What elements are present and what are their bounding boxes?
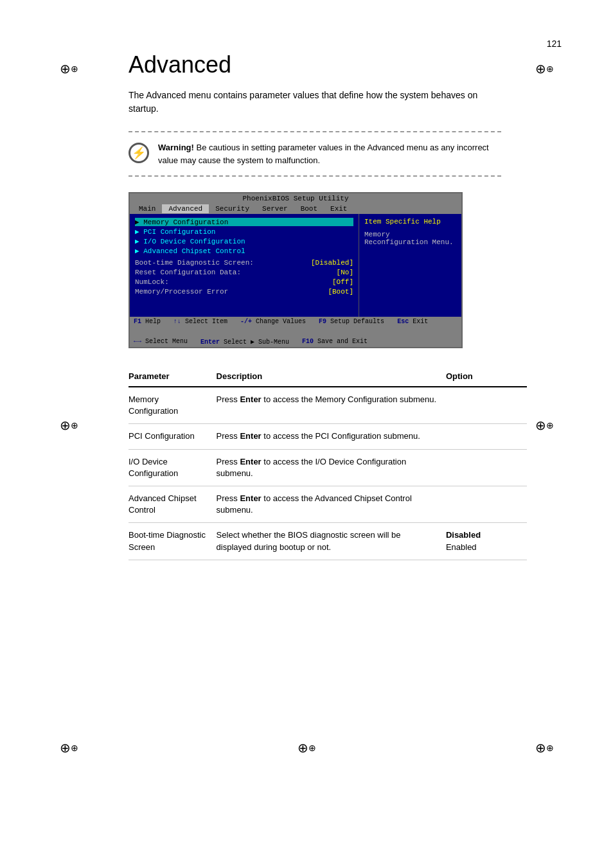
table-row: PCI Configuration Press Enter to access … [129, 424, 527, 449]
param-io-desc: Press Enter to access the I/O Device Con… [217, 449, 446, 486]
bios-statusbar: F1 Help ↑↓ Select Item -/+ Change Values… [130, 317, 461, 347]
page-number: 121 [547, 39, 562, 49]
bios-setting-bootdiag-value: [Disabled] [311, 259, 353, 267]
bios-menu-advanced[interactable]: Advanced [162, 204, 209, 213]
bios-setting-memproc-label: Memory/Processor Error [135, 288, 228, 296]
param-memory-label: Memory Configuration [129, 387, 217, 424]
table-row: Memory Configuration Press Enter to acce… [129, 387, 527, 424]
bios-status-f10: F10 Save and Exit [302, 338, 368, 346]
intro-text: The Advanced menu contains parameter val… [129, 89, 488, 116]
param-bootdiag-option-disabled: Disabled [446, 530, 481, 540]
col-header-description: Description [217, 366, 446, 387]
crosshair-mid-left: ⊕ [61, 418, 76, 433]
bios-setting-numlock-value: [Off] [332, 278, 353, 286]
crosshair-top-left: ⊕ [61, 61, 76, 76]
col-header-parameter: Parameter [129, 366, 217, 387]
bios-item-chipset[interactable]: Advanced Chipset Control [135, 247, 353, 255]
bios-setting-resetconfig-value: [No] [337, 269, 353, 276]
param-io-option [446, 449, 527, 486]
bios-menu-exit[interactable]: Exit [324, 204, 353, 213]
crosshair-bottom-left: ⊕ [61, 740, 76, 756]
bios-item-pci[interactable]: PCI Configuration [135, 227, 353, 236]
bios-status-enter: Enter Select ▶ Sub-Menu [200, 338, 289, 346]
bios-setting-resetconfig-label: Reset Configuration Data: [135, 269, 241, 276]
bios-status-lr: ←→ Select Menu [134, 338, 188, 346]
table-row: I/O Device Configuration Press Enter to … [129, 449, 527, 486]
table-row: Advanced Chipset Control Press Enter to … [129, 486, 527, 522]
page-container: 121 ⊕ ⊕ ⊕ ⊕ ⊕ ⊕ ⊕ Advanced The Advanced … [0, 0, 613, 868]
bios-status-f9: F9 Setup Defaults [319, 318, 384, 325]
bios-setting-numlock[interactable]: NumLock: [Off] [135, 278, 353, 286]
bios-status-esc: Esc Exit [397, 318, 428, 325]
param-bootdiag-desc: Select whether the BIOS diagnostic scree… [217, 523, 446, 560]
page-title: Advanced [129, 51, 562, 78]
table-header: Parameter Description Option [129, 366, 527, 387]
bios-menubar: Main Advanced Security Server Boot Exit [130, 204, 461, 214]
col-header-option: Option [446, 366, 527, 387]
warning-icon: ⚡ [129, 143, 149, 163]
bios-menu-server[interactable]: Server [256, 204, 294, 213]
bios-setting-resetconfig[interactable]: Reset Configuration Data: [No] [135, 269, 353, 276]
param-bootdiag-label: Boot-time Diagnostic Screen [129, 523, 217, 560]
param-chipset-label: Advanced Chipset Control [129, 486, 217, 522]
crosshair-mid-right: ⊕ [537, 418, 552, 433]
parameter-table: Parameter Description Option Memory Conf… [129, 366, 527, 560]
param-pci-desc: Press Enter to access the PCI Configurat… [217, 424, 446, 449]
bios-body: ▶ Memory Configuration PCI Configuration… [130, 214, 461, 317]
crosshair-top-right: ⊕ [537, 61, 552, 76]
warning-box: ⚡ Warning! Be cautious in setting parame… [129, 131, 501, 177]
param-chipset-option [446, 486, 527, 522]
crosshair-bottom-mid: ⊕ [299, 740, 314, 756]
bios-setting-memproc-value: [Boot] [328, 288, 353, 296]
bios-setting-bootdiag[interactable]: Boot-time Diagnostic Screen: [Disabled] [135, 259, 353, 267]
table-row: Boot-time Diagnostic Screen Select wheth… [129, 523, 527, 560]
bios-main-panel: ▶ Memory Configuration PCI Configuration… [130, 214, 359, 317]
bios-item-io[interactable]: I/O Device Configuration [135, 237, 353, 245]
param-memory-desc: Press Enter to access the Memory Configu… [217, 387, 446, 424]
table-body: Memory Configuration Press Enter to acce… [129, 387, 527, 560]
param-chipset-desc: Press Enter to access the Advanced Chips… [217, 486, 446, 522]
bios-menu-main[interactable]: Main [132, 204, 162, 213]
param-pci-option [446, 424, 527, 449]
param-pci-label: PCI Configuration [129, 424, 217, 449]
bios-menu-security[interactable]: Security [209, 204, 256, 213]
crosshair-bottom-right: ⊕ [537, 740, 552, 756]
bios-sidebar: Item Specific Help Memory Reconfiguratio… [359, 214, 461, 317]
warning-label: Warning! [158, 143, 194, 152]
bios-setting-memproc[interactable]: Memory/Processor Error [Boot] [135, 288, 353, 296]
bios-screenshot: PhoenixBIOS Setup Utility Main Advanced … [129, 192, 463, 348]
param-bootdiag-option: DisabledEnabled [446, 523, 527, 560]
bios-setting-bootdiag-label: Boot-time Diagnostic Screen: [135, 259, 254, 267]
param-bootdiag-option-enabled: Enabled [446, 542, 477, 552]
bios-status-f1: F1 Help [134, 318, 161, 325]
warning-text: Warning! Be cautious in setting paramete… [158, 141, 501, 166]
bios-setting-numlock-label: NumLock: [135, 278, 169, 286]
bios-status-arrows: ↑↓ Select Item [173, 318, 227, 325]
bios-menu-boot[interactable]: Boot [294, 204, 324, 213]
param-memory-option [446, 387, 527, 424]
bios-sidebar-content: Memory Reconfiguration Menu. [364, 231, 456, 246]
bios-item-memory[interactable]: ▶ Memory Configuration [135, 218, 353, 226]
param-io-label: I/O Device Configuration [129, 449, 217, 486]
bios-title: PhoenixBIOS Setup Utility [130, 193, 461, 204]
bios-sidebar-title: Item Specific Help [364, 218, 456, 226]
bios-status-change: -/+ Change Values [240, 318, 306, 325]
warning-body: Be cautious in setting parameter values … [158, 143, 489, 165]
